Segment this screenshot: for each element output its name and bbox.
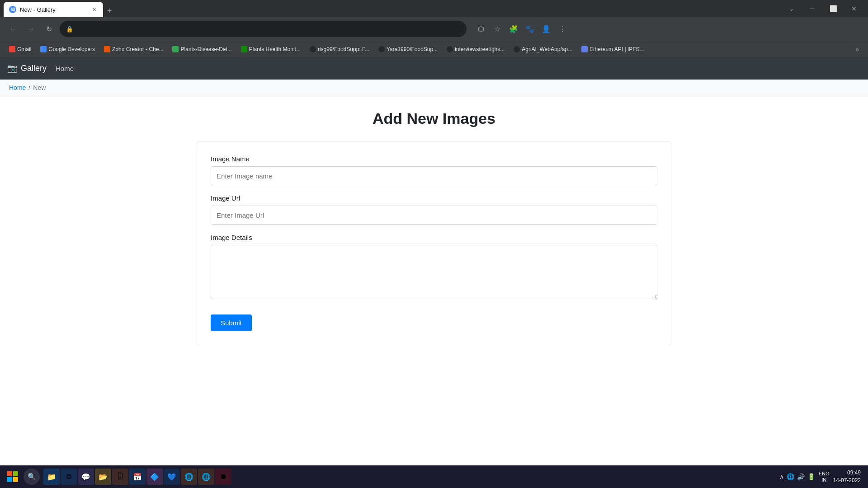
bookmark-food-supp2-label: Yara1990/FoodSup... — [387, 46, 438, 52]
more-bookmarks-button[interactable]: » — [852, 44, 863, 55]
profile-icon[interactable]: 👤 — [539, 22, 553, 36]
calendar-icon[interactable]: 📅 — [129, 469, 146, 485]
form-card: Image Name Image Url Image Details Submi… — [197, 141, 671, 345]
record-icon[interactable]: ⏺ — [215, 469, 231, 485]
bookmark-gmail[interactable]: Gmail — [5, 44, 35, 54]
agri-favicon — [514, 46, 520, 52]
app-brand: 📷 Gallery — [7, 63, 47, 73]
date-display: 14-07-2022 — [833, 477, 861, 484]
extension-puzzle-icon[interactable]: 🧩 — [506, 22, 521, 36]
bookmark-icon[interactable]: ☆ — [490, 22, 505, 36]
back-button[interactable]: ← — [5, 22, 20, 36]
bookmark-interview[interactable]: interviewstreet/ghs... — [443, 44, 508, 54]
battery-icon[interactable]: 🔋 — [807, 473, 815, 480]
image-details-textarea[interactable] — [211, 245, 657, 299]
system-tray: ∧ 🌐 🔊 🔋 — [779, 473, 815, 480]
extension2-icon[interactable]: 🐾 — [523, 22, 537, 36]
datetime-display[interactable]: 09:49 14-07-2022 — [833, 469, 861, 484]
food-supp1-favicon — [310, 46, 316, 52]
language-indicator[interactable]: ENG IN — [819, 470, 830, 483]
tray-expand-icon[interactable]: ∧ — [779, 473, 784, 480]
win-logo-q2 — [13, 471, 18, 476]
bookmark-google-dev[interactable]: Google Developers — [37, 44, 99, 54]
bookmark-food-supp2[interactable]: Yara1990/FoodSup... — [375, 44, 441, 54]
cast-icon[interactable]: ⬡ — [474, 22, 488, 36]
win-logo-q1 — [7, 471, 12, 476]
submit-button[interactable]: Submit — [211, 314, 252, 331]
teams-icon[interactable]: 💬 — [78, 469, 94, 485]
windows-logo — [7, 471, 18, 482]
image-name-group: Image Name — [211, 155, 657, 185]
vscode-icon[interactable]: 🔷 — [146, 469, 163, 485]
forward-button[interactable]: → — [24, 22, 38, 36]
camera-icon: 📷 — [7, 63, 17, 73]
image-details-group: Image Details — [211, 234, 657, 301]
nav-home-link[interactable]: Home — [56, 65, 74, 72]
bookmark-plants-disease-label: Plants-Disease-Det... — [180, 46, 231, 52]
bookmark-plants-disease[interactable]: Plants-Disease-Det... — [169, 44, 235, 54]
food-supp2-favicon — [378, 46, 385, 52]
breadcrumb-separator: / — [28, 84, 30, 91]
ethereum-favicon — [581, 46, 588, 52]
zoho-favicon — [104, 46, 110, 52]
minimize-button[interactable]: ─ — [802, 2, 823, 15]
interview-favicon — [447, 46, 453, 52]
breadcrumb-home-link[interactable]: Home — [9, 84, 26, 91]
network-icon[interactable]: 🌐 — [787, 473, 794, 480]
google-dev-favicon — [40, 46, 47, 52]
folder-icon[interactable]: 📂 — [95, 469, 111, 485]
file-explorer-icon[interactable]: 📁 — [43, 469, 60, 485]
database-icon[interactable]: 🗄 — [112, 469, 128, 485]
gmail-favicon — [9, 46, 15, 52]
bookmark-google-dev-label: Google Developers — [48, 46, 95, 52]
active-tab[interactable]: 🖼 New - Gallery ✕ — [4, 2, 103, 17]
maximize-button[interactable]: ⬜ — [823, 2, 844, 15]
bookmark-ethereum[interactable]: Ethereum API | IPFS... — [578, 44, 648, 54]
taskbar-right: ∧ 🌐 🔊 🔋 ENG IN 09:49 14-07-2022 — [779, 469, 864, 484]
time-display: 09:49 — [833, 469, 861, 477]
bookmark-zoho-label: Zoho Creator - Che... — [112, 46, 163, 52]
bookmark-agri-label: AgriAI_WebApp/ap... — [522, 46, 572, 52]
bookmark-agri[interactable]: AgriAI_WebApp/ap... — [510, 44, 576, 54]
taskbar-search-button[interactable]: 🔍 — [24, 469, 40, 485]
chrome2-icon[interactable]: 🌐 — [198, 469, 214, 485]
image-url-input[interactable] — [211, 206, 657, 225]
address-bar-row: ← → ↻ 🔒 gallery-crud-app-hackerearth.her… — [0, 17, 868, 41]
bookmark-food-supp1[interactable]: risg99/FoodSupp: F... — [306, 44, 373, 54]
breadcrumb: Home / New — [0, 80, 868, 96]
vs-blue-icon[interactable]: 💙 — [164, 469, 180, 485]
bookmark-ethereum-label: Ethereum API | IPFS... — [590, 46, 644, 52]
bookmark-zoho[interactable]: Zoho Creator - Che... — [100, 44, 167, 54]
tab-favicon: 🖼 — [9, 6, 16, 13]
image-details-label: Image Details — [211, 234, 657, 241]
region-text: IN — [819, 477, 830, 483]
tab-bar: 🖼 New - Gallery ✕ + ⌄ ─ ⬜ ✕ — [0, 0, 868, 17]
new-tab-button[interactable]: + — [103, 5, 116, 17]
chrome-icon[interactable]: 🌐 — [181, 469, 197, 485]
start-button[interactable] — [4, 468, 22, 486]
tab-title: New - Gallery — [20, 6, 87, 13]
add-image-form: Image Name Image Url Image Details Submi… — [211, 155, 657, 331]
close-button[interactable]: ✕ — [844, 2, 864, 15]
image-url-label: Image Url — [211, 194, 657, 202]
address-input[interactable]: gallery-crud-app-hackerearth.herokuapp.c… — [60, 21, 467, 37]
page-content: 📷 Gallery Home Home / New Add New Images… — [0, 57, 868, 465]
menu-icon[interactable]: ⋮ — [555, 22, 570, 36]
tab-close-button[interactable]: ✕ — [90, 6, 98, 13]
volume-icon[interactable]: 🔊 — [797, 473, 805, 480]
taskview-icon[interactable]: ⧉ — [61, 469, 77, 485]
breadcrumb-current: New — [33, 84, 46, 91]
plants-health-favicon — [241, 46, 247, 52]
main-content: Add New Images Image Name Image Url Imag… — [0, 96, 868, 465]
image-url-group: Image Url — [211, 194, 657, 225]
tab-list-button[interactable]: ⌄ — [781, 2, 802, 15]
refresh-button[interactable]: ↻ — [42, 22, 56, 36]
lock-icon: 🔒 — [66, 26, 73, 33]
bookmark-plants-health-label: Plants Health Monit... — [249, 46, 301, 52]
image-name-input[interactable] — [211, 166, 657, 185]
address-bar[interactable]: 🔒 gallery-crud-app-hackerearth.herokuapp… — [60, 21, 467, 37]
bookmark-food-supp1-label: risg99/FoodSupp: F... — [318, 46, 369, 52]
page-heading: Add New Images — [9, 110, 859, 127]
bookmark-plants-health[interactable]: Plants Health Monit... — [237, 44, 304, 54]
taskbar: 🔍 📁 ⧉ 💬 📂 🗄 📅 🔷 💙 🌐 🌐 ⏺ ∧ 🌐 🔊 🔋 ENG I — [0, 465, 868, 488]
